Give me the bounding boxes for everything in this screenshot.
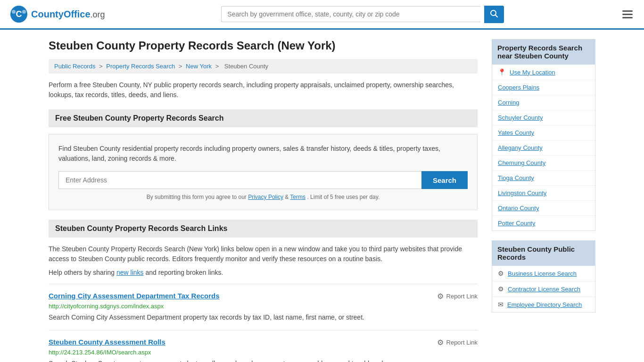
search-form-inner: Find Steuben County residential property…	[49, 134, 478, 210]
report-icon-1: ⚙	[437, 338, 444, 347]
logo-text: CountyOffice.org	[31, 9, 105, 20]
record-title-0[interactable]: Corning City Assessment Department Tax R…	[49, 292, 220, 300]
sidebar-item-yates-county[interactable]: Yates County	[492, 125, 595, 140]
form-disclaimer: By submitting this form you agree to our…	[58, 194, 468, 200]
free-search-section: Free Steuben County Property Records Sea…	[49, 109, 478, 210]
allegany-county-link[interactable]: Allegany County	[498, 144, 543, 151]
breadcrumb-sep-2: >	[179, 63, 184, 70]
contractor-license-link[interactable]: Contractor License Search	[508, 286, 580, 293]
record-url-1[interactable]: http://24.213.254.86/IMO/search.aspx	[49, 349, 478, 356]
sidebar-item-tioga-county[interactable]: Tioga County	[492, 171, 595, 186]
address-search-button[interactable]: Search	[421, 171, 468, 189]
report-label-1: Report Link	[446, 339, 478, 346]
privacy-policy-link[interactable]: Privacy Policy	[248, 194, 283, 200]
breadcrumb-public-records[interactable]: Public Records	[54, 63, 95, 70]
report-link-1[interactable]: ⚙ Report Link	[437, 338, 478, 347]
sidebar-item-business-license[interactable]: ⚙ Business License Search	[492, 266, 595, 281]
sidebar-public-records-heading: Steuben County Public Records	[492, 240, 595, 266]
svg-line-5	[495, 15, 498, 17]
record-title-1[interactable]: Steuben County Assessment Rolls	[49, 338, 165, 346]
search-form-description: Find Steuben County residential property…	[58, 144, 468, 164]
header-search-input[interactable]	[221, 6, 480, 22]
record-title-row-0: Corning City Assessment Department Tax R…	[49, 292, 478, 301]
content-area: Steuben County Property Records Search (…	[49, 39, 478, 362]
new-links-link[interactable]: new links	[116, 269, 144, 276]
search-icon	[490, 9, 498, 18]
help-text: Help others by sharing new links and rep…	[49, 269, 478, 276]
breadcrumb-property-records-search[interactable]: Property Records Search	[106, 63, 175, 70]
header: C CountyOffice.org	[0, 0, 644, 30]
record-title-row-1: Steuben County Assessment Rolls ⚙ Report…	[49, 338, 478, 347]
sidebar-item-coopers-plains[interactable]: Coopers Plains	[492, 80, 595, 95]
svg-point-3	[22, 10, 26, 14]
sidebar-public-records-box: Steuben County Public Records ⚙ Business…	[492, 240, 595, 313]
record-desc-0: Search Corning City Assessment Departmen…	[49, 313, 478, 322]
breadcrumb-sep-1: >	[99, 63, 104, 70]
svg-point-2	[12, 10, 16, 14]
sidebar-public-records-list: ⚙ Business License Search ⚙ Contractor L…	[492, 266, 595, 313]
sidebar-item-livingston-county[interactable]: Livingston County	[492, 186, 595, 201]
terms-link[interactable]: Terms	[290, 194, 305, 200]
main-container: Steuben County Property Records Search (…	[39, 30, 605, 362]
page-title: Steuben County Property Records Search (…	[49, 39, 478, 52]
sidebar-nearby-heading: Property Records Search near Steuben Cou…	[492, 39, 595, 65]
links-description: The Steuben County Property Records Sear…	[49, 244, 478, 264]
gear-icon-contractor: ⚙	[498, 285, 504, 293]
schuyler-county-link[interactable]: Schuyler County	[498, 114, 543, 121]
intro-description: Perform a free Steuben County, NY public…	[49, 80, 478, 100]
report-link-0[interactable]: ⚙ Report Link	[437, 292, 478, 301]
address-input[interactable]	[58, 171, 421, 189]
coopers-plains-link[interactable]: Coopers Plains	[498, 84, 539, 91]
ontario-county-link[interactable]: Ontario County	[498, 205, 539, 212]
sidebar-use-my-location[interactable]: 📍 Use My Location	[492, 65, 595, 80]
report-icon-0: ⚙	[437, 292, 444, 301]
sidebar-item-allegany-county[interactable]: Allegany County	[492, 140, 595, 156]
logo-area: C CountyOffice.org	[9, 5, 105, 24]
svg-text:C: C	[16, 9, 22, 19]
employee-directory-link[interactable]: Employee Directory Search	[507, 301, 582, 308]
hamburger-menu[interactable]	[620, 8, 635, 20]
chemung-county-link[interactable]: Chemung County	[498, 159, 545, 166]
sidebar: Property Records Search near Steuben Cou…	[492, 39, 595, 362]
tioga-county-link[interactable]: Tioga County	[498, 174, 534, 181]
record-url-0[interactable]: http://cityofcorning.sdgnys.com/index.as…	[49, 303, 478, 310]
business-license-link[interactable]: Business License Search	[508, 270, 577, 277]
location-pin-icon: 📍	[498, 68, 506, 76]
sidebar-item-potter-county[interactable]: Potter County	[492, 216, 595, 230]
logo-icon: C	[9, 5, 28, 24]
gear-icon-business: ⚙	[498, 270, 504, 277]
header-search-area	[221, 6, 504, 23]
links-section-heading: Steuben County Property Records Search L…	[49, 220, 478, 238]
record-item-1: Steuben County Assessment Rolls ⚙ Report…	[49, 330, 478, 362]
envelope-icon-employee: ✉	[498, 301, 504, 308]
breadcrumb-steuben-county: Steuben County	[224, 63, 268, 70]
yates-county-link[interactable]: Yates County	[498, 129, 534, 136]
livingston-county-link[interactable]: Livingston County	[498, 189, 546, 197]
sidebar-item-employee-directory[interactable]: ✉ Employee Directory Search	[492, 297, 595, 312]
sidebar-nearby-list: 📍 Use My Location Coopers Plains Corning…	[492, 65, 595, 231]
sidebar-item-ontario-county[interactable]: Ontario County	[492, 201, 595, 216]
sidebar-item-chemung-county[interactable]: Chemung County	[492, 156, 595, 171]
links-section: Steuben County Property Records Search L…	[49, 220, 478, 362]
sidebar-item-corning[interactable]: Corning	[492, 95, 595, 110]
address-search-form: Search	[58, 171, 468, 189]
corning-link[interactable]: Corning	[498, 99, 520, 106]
report-label-0: Report Link	[446, 293, 478, 300]
breadcrumb-sep-3: >	[215, 63, 221, 70]
breadcrumb: Public Records > Property Records Search…	[49, 59, 478, 74]
record-item-0: Corning City Assessment Department Tax R…	[49, 284, 478, 330]
sidebar-item-contractor-license[interactable]: ⚙ Contractor License Search	[492, 281, 595, 297]
potter-county-link[interactable]: Potter County	[498, 220, 536, 227]
sidebar-nearby-box: Property Records Search near Steuben Cou…	[492, 39, 595, 231]
free-search-heading: Free Steuben County Property Records Sea…	[49, 109, 478, 127]
record-desc-1: Search Steuben County property assessmen…	[49, 359, 478, 362]
sidebar-item-schuyler-county[interactable]: Schuyler County	[492, 110, 595, 125]
breadcrumb-new-york[interactable]: New York	[186, 63, 212, 70]
header-search-button[interactable]	[484, 6, 504, 23]
use-my-location-link[interactable]: Use My Location	[510, 69, 555, 76]
